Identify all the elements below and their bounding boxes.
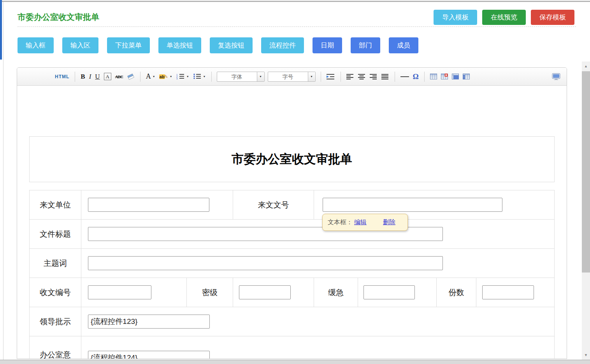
online-preview-button[interactable]: 在线预览 [482, 10, 526, 25]
svg-text:3: 3 [176, 77, 178, 80]
receipt-number-input[interactable] [88, 285, 151, 299]
format-box-button[interactable]: A [104, 73, 111, 80]
incoming-doc-number-input[interactable] [323, 198, 502, 212]
align-right-button[interactable] [370, 74, 378, 80]
toolbar-separator [395, 72, 395, 82]
widget-tooltip: 文本框： 编辑 删除 [322, 214, 408, 231]
cell-properties-button[interactable] [463, 74, 470, 79]
toolbar-separator [140, 72, 140, 82]
source-code-button[interactable]: HTML [55, 74, 69, 79]
chevron-down-icon: ▼ [186, 75, 189, 78]
scroll-down-icon[interactable]: ▼ [582, 350, 590, 360]
ordered-list-button[interactable]: 1 2 3 ▼ [176, 73, 189, 80]
add-date-button[interactable]: 日期 [313, 37, 342, 53]
font-color-button[interactable]: A▼ [146, 72, 155, 81]
window-left-border [3, 2, 4, 360]
keywords-input[interactable] [88, 256, 443, 270]
add-checkbox-button[interactable]: 复选按钮 [210, 37, 253, 53]
label-doc-title: 文件标题 [30, 220, 81, 248]
indent-button[interactable] [327, 74, 335, 80]
pencil-icon: ✎ [164, 74, 168, 79]
copies-input[interactable] [482, 285, 534, 299]
tooltip-delete-link[interactable]: 删除 [383, 218, 395, 227]
form-table: 来文单位 来文文号 文件标题 [29, 190, 555, 359]
cell-office-opinion [81, 336, 554, 359]
window-top-border [0, 1, 590, 2]
chevron-down-icon: ▼ [153, 75, 155, 78]
label-receipt-number: 收文编号 [30, 278, 81, 307]
eraser-icon[interactable] [127, 74, 135, 80]
toolbar-separator [321, 72, 321, 82]
label-incoming-unit: 来文单位 [30, 190, 81, 219]
window-left-strip [0, 0, 2, 60]
form-title-box: 市委办公室收文审批单 [29, 136, 555, 182]
add-textarea-button[interactable]: 输入区 [62, 37, 98, 53]
bold-button[interactable]: B [81, 73, 85, 81]
save-template-button[interactable]: 保存模板 [531, 10, 574, 25]
align-center-button[interactable] [358, 74, 366, 80]
add-dropdown-button[interactable]: 下拉菜单 [107, 37, 150, 53]
delete-table-button[interactable] [441, 74, 448, 79]
header-divider [18, 26, 576, 27]
label-incoming-doc-number: 来文文号 [233, 190, 314, 219]
label-copies: 份数 [437, 278, 476, 307]
label-secrecy-level: 密级 [187, 278, 233, 307]
editor-canvas[interactable]: 市委办公室收文审批单 来文单位 来文文号 文件标题 [17, 86, 567, 359]
table-properties-button[interactable] [452, 74, 459, 79]
horizontal-rule-button[interactable] [400, 76, 409, 77]
highlight-color-button[interactable]: ab✎▼ [159, 74, 172, 79]
cell-incoming-unit [81, 190, 233, 219]
chevron-down-icon[interactable]: ▼ [308, 72, 315, 81]
table-row: 收文编号 密级 缓急 份数 [30, 278, 554, 307]
chevron-down-icon[interactable]: ▼ [257, 72, 264, 81]
label-keywords: 主题词 [30, 249, 81, 278]
scrollbar-thumb[interactable] [582, 71, 590, 273]
strikethrough-button[interactable]: ABC [115, 74, 123, 79]
toolbar-separator [211, 72, 212, 82]
toolbar-separator [341, 72, 341, 82]
add-radio-button[interactable]: 单选按钮 [158, 37, 201, 53]
scroll-up-icon[interactable]: ▲ [582, 62, 590, 71]
vertical-scrollbar[interactable]: ▲ ▼ [582, 62, 590, 360]
widget-button-row: 输入框 输入区 下拉菜单 单选按钮 复选按钮 流程控件 日期 部门 成员 [18, 37, 418, 53]
cell-secrecy-level [233, 278, 314, 307]
richtext-editor: HTML B I U A ABC A▼ ab✎▼ [17, 67, 567, 359]
leader-instructions-input[interactable] [88, 315, 210, 329]
app-window: 市委办公室收文审批单 导入模板 在线预览 保存模板 输入框 输入区 下拉菜单 单… [0, 0, 590, 364]
chevron-down-icon: ▼ [203, 75, 206, 78]
special-char-button[interactable]: Ω [413, 72, 419, 81]
tooltip-edit-link[interactable]: 编辑 [354, 218, 367, 227]
incoming-unit-input[interactable] [88, 198, 209, 212]
font-family-select[interactable]: 字体 ▼ [217, 72, 265, 82]
align-left-button[interactable] [346, 74, 354, 80]
table-row: 领导批示 [30, 307, 554, 336]
urgency-input[interactable] [363, 285, 415, 299]
import-template-button[interactable]: 导入模板 [434, 10, 477, 25]
add-flow-control-button[interactable]: 流程控件 [261, 37, 304, 53]
insert-table-button[interactable] [430, 74, 437, 79]
italic-button[interactable]: I [89, 73, 91, 81]
font-size-select[interactable]: 字号 ▼ [268, 72, 316, 82]
table-row: 主题词 [30, 249, 554, 278]
underline-button[interactable]: U [95, 73, 100, 81]
fullscreen-preview-button[interactable] [552, 73, 560, 80]
table-row: 办公室意 [30, 336, 554, 359]
window-bottom-bar [0, 360, 590, 364]
cell-leader-instructions [81, 307, 554, 336]
table-row: 来文单位 来文文号 [30, 190, 554, 220]
cell-keywords [81, 249, 554, 278]
form-title: 市委办公室收文审批单 [232, 151, 352, 167]
add-member-button[interactable]: 成员 [389, 37, 418, 53]
page-title: 市委办公室收文审批单 [18, 12, 99, 23]
secrecy-level-input[interactable] [239, 285, 291, 299]
cell-receipt-number [81, 278, 187, 307]
align-justify-button[interactable] [381, 74, 389, 80]
add-input-box-button[interactable]: 输入框 [18, 37, 54, 53]
bullet-list-button[interactable]: ▼ [193, 73, 206, 80]
editor-toolbar: HTML B I U A ABC A▼ ab✎▼ [17, 68, 567, 86]
office-opinion-input[interactable] [88, 351, 210, 359]
template-actions: 导入模板 在线预览 保存模板 [434, 10, 574, 25]
toolbar-separator [75, 72, 75, 82]
add-department-button[interactable]: 部门 [351, 37, 380, 53]
cell-copies [476, 278, 554, 307]
